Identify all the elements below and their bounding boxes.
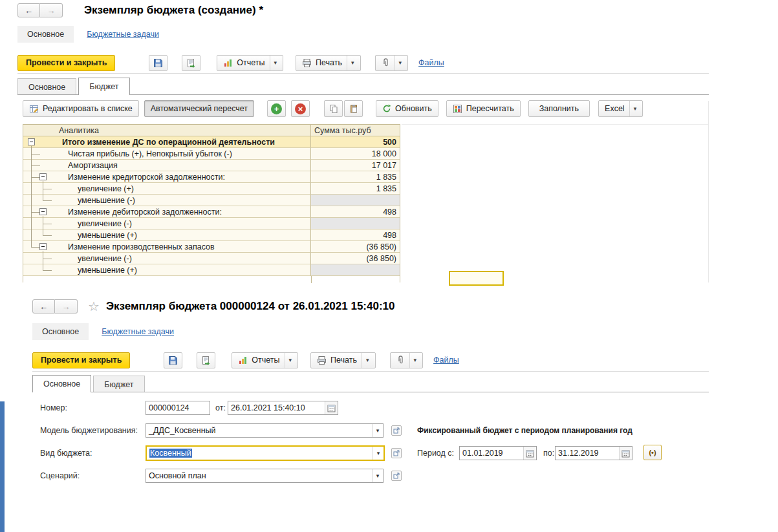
kind-combo[interactable]: Косвенный: [146, 445, 385, 461]
print-button[interactable]: Печать: [310, 352, 375, 368]
sum-cell[interactable]: 498: [311, 229, 400, 241]
analytics-cell[interactable]: Амортизация: [23, 160, 311, 171]
dropdown-icon[interactable]: [629, 101, 637, 116]
scenario-combo[interactable]: Основной план: [146, 469, 384, 483]
edit-in-list-button[interactable]: Редактировать в списке: [23, 100, 139, 117]
analytics-cell[interactable]: Изменение производственных запасов: [23, 241, 311, 253]
dropdown-icon[interactable]: [347, 56, 354, 70]
post-document-button[interactable]: [197, 352, 215, 368]
recalculate-button[interactable]: Пересчитать: [446, 100, 521, 117]
analytics-cell[interactable]: Изменение дебиторской задолженности:: [23, 206, 311, 218]
table-row[interactable]: уменьшение (+) 498: [23, 229, 400, 241]
chevron-down-icon[interactable]: [372, 469, 383, 482]
dropdown-icon[interactable]: [270, 56, 277, 70]
tab-main[interactable]: Основное: [17, 78, 76, 95]
table-row[interactable]: уменьшение (+): [23, 264, 400, 276]
analytics-cell[interactable]: увеличение (-): [23, 253, 311, 264]
sum-cell[interactable]: 1 835: [311, 171, 400, 183]
analytics-cell[interactable]: Чистая прибыль (+), Непокрытый убыток (-…: [23, 148, 311, 160]
sum-cell[interactable]: 498: [311, 206, 400, 218]
sum-cell[interactable]: [311, 264, 400, 276]
collapse-icon[interactable]: [39, 173, 47, 180]
tab-budget[interactable]: Бюджет: [78, 78, 129, 95]
table-row[interactable]: увеличение (-) (36 850): [23, 253, 400, 264]
table-row[interactable]: Чистая прибыль (+), Непокрытый убыток (-…: [23, 148, 400, 160]
reports-button[interactable]: Отчеты: [232, 352, 298, 368]
tab-budget[interactable]: Бюджет: [93, 376, 144, 392]
tab-main[interactable]: Основное: [32, 375, 91, 392]
sum-cell[interactable]: (36 850): [311, 253, 400, 264]
table-row[interactable]: Изменение кредиторской задолженности: 1 …: [23, 171, 400, 183]
fill-button[interactable]: Заполнить: [528, 100, 590, 117]
section-tab-tasks-link[interactable]: Бюджетные задачи: [102, 327, 174, 336]
dropdown-icon[interactable]: [362, 353, 369, 368]
sum-cell[interactable]: 1 835: [311, 183, 400, 195]
table-row[interactable]: Изменение дебиторской задолженности: 498: [23, 206, 400, 218]
files-link[interactable]: Файлы: [433, 356, 459, 365]
attachments-button[interactable]: [390, 352, 424, 368]
calendar-icon[interactable]: [523, 447, 536, 460]
model-combo[interactable]: _ДДС_Косвенный: [146, 423, 384, 438]
period-picker-button[interactable]: [643, 445, 662, 460]
analytics-cell[interactable]: Итого изменение ДС по операционной деяте…: [23, 136, 311, 148]
column-header-analytics[interactable]: Аналитика: [23, 125, 311, 136]
excel-button[interactable]: Excel: [598, 100, 643, 117]
table-row[interactable]: увеличение (-): [23, 218, 400, 229]
analytics-cell[interactable]: увеличение (-): [23, 218, 311, 229]
sum-cell[interactable]: [311, 195, 400, 206]
save-button[interactable]: [164, 352, 182, 368]
focused-cell[interactable]: [449, 271, 504, 286]
kind-open-button[interactable]: [391, 448, 402, 458]
date-field[interactable]: 26.01.2021 15:40:10: [228, 401, 338, 415]
analytics-cell[interactable]: уменьшение (-): [23, 195, 311, 206]
delete-row-button[interactable]: [291, 100, 310, 117]
save-button[interactable]: [149, 55, 167, 71]
analytics-cell[interactable]: уменьшение (+): [23, 229, 311, 241]
paste-button[interactable]: [344, 100, 363, 117]
sum-cell[interactable]: [311, 218, 400, 229]
files-link[interactable]: Файлы: [418, 58, 444, 67]
table-row[interactable]: уменьшение (-): [23, 195, 400, 206]
sum-cell[interactable]: 500: [311, 136, 400, 148]
post-and-close-button[interactable]: Провести и закрыть: [17, 55, 115, 71]
copy-button[interactable]: [324, 100, 343, 117]
calendar-icon[interactable]: [325, 401, 338, 414]
table-row[interactable]: Амортизация 17 017: [23, 160, 400, 171]
table-row[interactable]: увеличение (+) 1 835: [23, 183, 400, 195]
chevron-down-icon[interactable]: [372, 424, 383, 437]
collapse-icon[interactable]: [39, 208, 47, 215]
chevron-down-icon[interactable]: [373, 447, 384, 460]
table-row[interactable]: Итого изменение ДС по операционной деяте…: [23, 136, 400, 148]
sum-cell[interactable]: 18 000: [311, 148, 400, 160]
post-and-close-button[interactable]: Провести и закрыть: [32, 352, 130, 368]
analytics-cell[interactable]: уменьшение (+): [23, 264, 311, 276]
analytics-cell[interactable]: увеличение (+): [23, 183, 311, 195]
section-tab-main[interactable]: Основное: [32, 323, 89, 340]
collapse-icon[interactable]: [39, 243, 47, 250]
scenario-open-button[interactable]: [391, 471, 402, 481]
number-field[interactable]: 000000124: [146, 401, 210, 415]
dropdown-icon[interactable]: [409, 353, 417, 368]
forward-button[interactable]: [55, 299, 78, 314]
dropdown-icon[interactable]: [285, 353, 292, 368]
post-document-button[interactable]: [182, 55, 200, 71]
column-header-sum[interactable]: Сумма тыс.руб: [311, 125, 400, 136]
analytics-cell[interactable]: Изменение кредиторской задолженности:: [23, 171, 311, 183]
add-row-button[interactable]: [267, 100, 286, 117]
dropdown-icon[interactable]: [394, 56, 402, 70]
section-tab-main[interactable]: Основное: [17, 26, 74, 43]
model-open-button[interactable]: [391, 425, 402, 436]
print-button[interactable]: Печать: [296, 55, 360, 71]
period-from-field[interactable]: 01.01.2019: [459, 446, 537, 460]
sum-cell[interactable]: 17 017: [311, 160, 400, 171]
reports-button[interactable]: Отчеты: [217, 55, 283, 71]
refresh-button[interactable]: Обновить: [376, 100, 438, 117]
calendar-icon[interactable]: [619, 447, 632, 460]
table-row[interactable]: Изменение производственных запасов (36 8…: [23, 241, 400, 253]
section-tab-tasks-link[interactable]: Бюджетные задачи: [87, 30, 159, 39]
attachments-button[interactable]: [375, 55, 409, 71]
auto-recalc-toggle[interactable]: Автоматический пересчет: [144, 100, 254, 117]
period-to-field[interactable]: 31.12.2019: [555, 446, 632, 460]
back-button[interactable]: [32, 299, 55, 314]
favorite-star-icon[interactable]: [88, 299, 100, 314]
